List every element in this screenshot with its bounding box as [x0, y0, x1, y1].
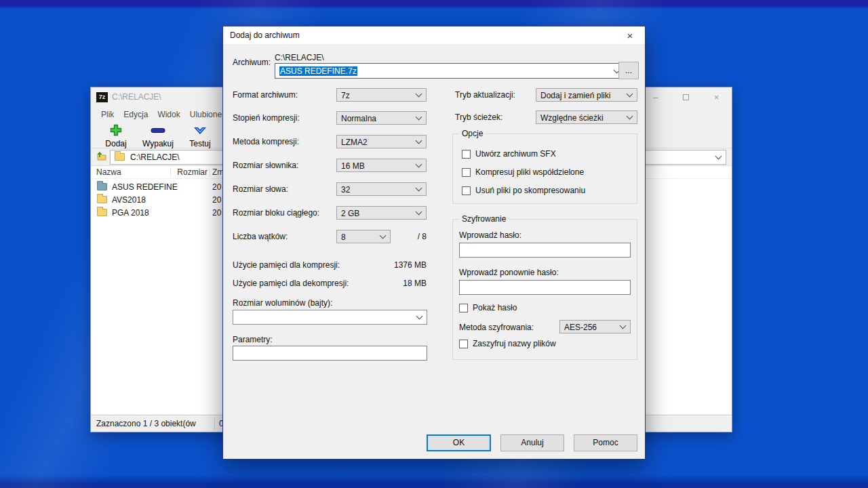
threads-max: / 8 — [336, 232, 427, 241]
chevron-down-icon — [627, 91, 633, 98]
volumes-combo[interactable] — [233, 310, 427, 325]
checkbox-icon — [462, 168, 471, 177]
chevron-down-icon — [416, 161, 422, 168]
chevron-down-icon — [416, 185, 422, 192]
level-value: Normalna — [341, 114, 376, 123]
block-size-combo[interactable]: 2 GB — [336, 206, 427, 220]
archive-label: Archiwum: — [233, 58, 271, 67]
word-size-combo[interactable]: 32 — [336, 182, 427, 196]
column-name[interactable]: Nazwa — [96, 167, 121, 177]
archive-name-value: ASUS REDEFINE.7z — [279, 66, 357, 76]
column-size[interactable]: Rozmiar — [172, 167, 208, 177]
cancel-button[interactable]: Anuluj — [500, 434, 564, 451]
method-label: Metoda kompresji: — [233, 137, 299, 146]
parameters-input[interactable] — [233, 346, 427, 361]
method-value: LZMA2 — [341, 138, 368, 147]
dialog-title: Dodaj do archiwum — [230, 30, 300, 40]
sfx-checkbox[interactable]: Utwórz archiwum SFX — [462, 149, 556, 159]
encrypt-names-checkbox[interactable]: Zaszyfruj nazwy plików — [459, 339, 556, 348]
maximize-icon[interactable] — [671, 87, 701, 106]
add-button-label: Dodaj — [105, 139, 126, 148]
minus-icon — [150, 124, 166, 138]
file-name: AVS2018 — [112, 195, 146, 205]
chevron-down-icon — [416, 91, 422, 98]
encryption-method-value: AES-256 — [564, 323, 597, 332]
delete-after-checkbox[interactable]: Usuń pliki po skompresowaniu — [462, 186, 585, 195]
sfx-checkbox-label: Utwórz archiwum SFX — [475, 149, 556, 159]
menu-edycja[interactable]: Edycja — [119, 110, 153, 119]
checkbox-icon — [459, 304, 468, 312]
dictionary-value: 16 MB — [341, 161, 365, 171]
checkbox-icon — [459, 340, 468, 348]
browse-button[interactable]: ... — [618, 62, 639, 79]
add-to-archive-dialog: Dodaj do archiwum × Archiwum: C:\RELACJE… — [222, 26, 646, 460]
menu-widok[interactable]: Widok — [153, 110, 184, 119]
shared-files-checkbox[interactable]: Kompresuj pliki współdzielone — [462, 167, 584, 177]
method-combo[interactable]: LZMA2 — [336, 135, 427, 148]
repeat-password-label: Wprowadź ponownie hasło: — [459, 268, 559, 277]
folder-icon — [97, 209, 107, 216]
level-label: Stopień kompresji: — [233, 113, 300, 123]
extract-button[interactable]: Wypakuj — [137, 123, 179, 148]
test-arrow-icon — [193, 124, 207, 138]
ok-button[interactable]: OK — [427, 434, 491, 451]
folder-icon — [115, 153, 125, 161]
checkbox-icon — [462, 186, 471, 195]
password-label: Wprowadź hasło: — [459, 230, 521, 240]
format-combo[interactable]: 7z — [336, 88, 427, 102]
word-size-label: Rozmiar słowa: — [233, 184, 288, 194]
repeat-password-input[interactable] — [459, 280, 631, 295]
threads-label: Liczba wątków: — [233, 232, 288, 241]
menu-ulubione[interactable]: Ulubione — [185, 110, 226, 119]
update-mode-combo[interactable]: Dodaj i zamień pliki — [536, 88, 637, 102]
word-size-value: 32 — [341, 185, 350, 195]
volumes-label: Rozmiar woluminów (bajty): — [233, 298, 332, 308]
path-mode-value: Względne ścieżki — [540, 113, 604, 123]
archive-name-combo[interactable]: ASUS REDEFINE.7z — [275, 63, 625, 79]
folder-icon — [97, 196, 107, 203]
chevron-down-icon — [416, 114, 422, 121]
chevron-down-icon — [416, 138, 422, 144]
encryption-group-title: Szyfrowanie — [459, 214, 509, 224]
checkbox-icon — [462, 150, 471, 159]
delete-after-checkbox-label: Usuń pliki po skompresowaniu — [475, 186, 585, 195]
file-modified: 20 — [212, 195, 221, 205]
up-folder-icon[interactable] — [95, 150, 107, 163]
close-icon[interactable]: × — [615, 26, 645, 44]
dialog-titlebar[interactable]: Dodaj do archiwum × — [223, 26, 645, 44]
status-selection: Zaznaczono 1 / 3 obiekt(ów — [91, 419, 214, 428]
mem-compress-value: 1376 MB — [336, 260, 427, 270]
encrypt-names-checkbox-label: Zaszyfruj nazwy plików — [473, 339, 556, 348]
test-button[interactable]: Testuj — [179, 123, 221, 148]
dictionary-combo[interactable]: 16 MB — [336, 159, 427, 172]
update-mode-label: Tryb aktualizacji: — [455, 90, 515, 100]
format-value: 7z — [341, 91, 350, 100]
chevron-down-icon[interactable] — [416, 313, 423, 320]
path-mode-label: Tryb ścieżek: — [455, 113, 502, 122]
mem-decompress-value: 18 MB — [336, 279, 427, 288]
encryption-method-label: Metoda szyfrowania: — [459, 323, 534, 332]
password-input[interactable] — [459, 243, 631, 258]
block-size-value: 2 GB — [341, 209, 359, 218]
help-button[interactable]: Pomoc — [574, 434, 637, 451]
show-password-checkbox-label: Pokaż hasło — [473, 303, 517, 312]
extract-button-label: Wypakuj — [142, 139, 174, 148]
7zip-app-icon: 7z — [96, 92, 108, 102]
file-name: ASUS REDEFINE — [112, 182, 178, 192]
parameters-label: Parametry: — [233, 335, 273, 344]
close-icon[interactable]: × — [701, 87, 732, 106]
update-mode-value: Dodaj i zamień pliki — [540, 91, 610, 100]
encryption-method-combo[interactable]: AES-256 — [559, 320, 631, 333]
chevron-down-icon — [627, 113, 633, 120]
plus-icon — [109, 124, 123, 138]
path-mode-combo[interactable]: Względne ścieżki — [536, 110, 637, 124]
menu-plik[interactable]: Plik — [96, 110, 119, 119]
format-label: Format archiwum: — [233, 90, 298, 100]
level-combo[interactable]: Normalna — [336, 111, 427, 125]
test-button-label: Testuj — [189, 139, 210, 148]
add-button[interactable]: Dodaj — [95, 123, 137, 148]
block-size-label: Rozmiar bloku ciągłego: — [233, 208, 319, 218]
archive-path: C:\RELACJE\ — [275, 53, 324, 62]
show-password-checkbox[interactable]: Pokaż hasło — [459, 303, 517, 312]
chevron-down-icon[interactable] — [715, 152, 722, 159]
